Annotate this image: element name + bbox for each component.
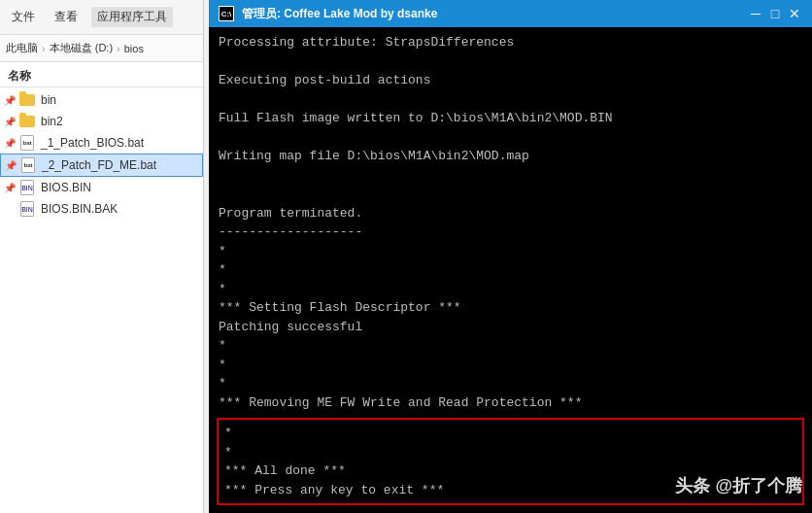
file-item-bin2[interactable]: 📌 bin2 [0,111,203,132]
cmd-highlight-line-1: * [224,443,796,462]
breadcrumb-sep-0: › [42,43,46,54]
maximize-button[interactable]: □ [767,6,783,21]
cmd-content: Processing attribute: StrapsDifferences … [209,27,812,414]
cmd-line-10: ------------------- [219,222,802,242]
cmd-line-6: Writing map file D:\bios\M1A\bin2\MOD.ma… [219,147,802,166]
cmd-line-17: * [219,356,802,375]
breadcrumb-sep-1: › [117,43,120,54]
folder-icon-2 [19,114,35,129]
cmd-line-20: Patching successful [219,412,802,414]
pin-icon: 📌 [4,95,16,106]
breadcrumb: 此电脑 › 本地磁盘 (D:) › bios [0,35,203,62]
cmd-highlight-line-2: *** All done *** [224,462,796,481]
minimize-button[interactable]: ─ [748,6,763,21]
file-name-bin2: bin2 [41,115,63,128]
breadcrumb-part-0[interactable]: 此电脑 [6,41,38,55]
cmd-line-9: Program terminated. [219,204,802,223]
cmd-title: 管理员: Coffee Lake Mod by dsanke [242,6,748,22]
bin-icon-2: BIN [19,201,35,217]
file-name-bin: bin [41,93,56,107]
file-list: 名称 📌 bin 📌 bin2 📌 bat _1_Patch_BIOS.bat … [0,62,203,513]
breadcrumb-part-2[interactable]: bios [124,43,144,54]
cmd-titlebar: C:\ 管理员: Coffee Lake Mod by dsanke ─ □ ✕ [209,0,812,27]
cmd-line-8 [219,185,802,204]
cmd-line-16: * [219,336,802,356]
folder-icon [19,92,35,108]
cmd-line-11: * [219,242,802,261]
cmd-highlight-line-3: *** Press any key to exit *** [224,481,796,500]
bat-icon-1: bat [19,135,35,151]
pin-icon-5: 📌 [4,183,16,193]
cmd-window: C:\ 管理员: Coffee Lake Mod by dsanke ─ □ ✕… [209,0,812,513]
cmd-line-18: * [219,374,802,393]
file-item-bios-bin-bak[interactable]: BIN BIOS.BIN.BAK [0,198,203,220]
pin-icon-4: 📌 [5,160,17,171]
cmd-line-14: *** Setting Flash Descriptor *** [219,298,802,318]
pin-icon-3: 📌 [4,138,16,149]
col-header-name: 名称 [0,66,203,87]
file-name-1-patch-bios: _1_Patch_BIOS.bat [41,136,144,150]
bin-icon-1: BIN [19,180,35,195]
close-button[interactable]: ✕ [787,6,802,21]
cmd-line-5 [219,128,802,148]
cmd-highlight-box: * * *** All done *** *** Press any key t… [217,418,804,505]
cmd-highlight-line-0: * [224,424,796,443]
explorer-toolbar: 文件 查看 应用程序工具 [0,0,203,35]
cmd-line-12: * [219,260,802,280]
toolbar-view[interactable]: 查看 [49,7,84,27]
toolbar-file[interactable]: 文件 [6,7,41,27]
cmd-line-3 [219,90,802,110]
file-name-bios-bin-bak: BIOS.BIN.BAK [41,202,118,216]
file-item-patch-bios-bat[interactable]: 📌 bat _1_Patch_BIOS.bat [0,132,203,154]
cmd-line-13: * [219,280,802,299]
file-explorer: 文件 查看 应用程序工具 此电脑 › 本地磁盘 (D:) › bios 名称 📌… [0,0,204,513]
toolbar-app-tools[interactable]: 应用程序工具 [91,7,173,27]
file-item-bin[interactable]: 📌 bin [0,89,203,111]
cmd-line-1 [219,52,802,72]
cmd-line-0: Processing attribute: StrapsDifferences [219,33,802,52]
cmd-line-19: *** Removing ME FW Write and Read Protec… [219,393,802,413]
breadcrumb-part-1[interactable]: 本地磁盘 (D:) [50,41,113,55]
file-name-bios-bin: BIOS.BIN [41,181,91,194]
bat-icon-2: bat [20,157,36,173]
cmd-line-15: Patching successful [219,318,802,337]
cmd-line-2: Executing post-build actions [219,71,802,90]
cmd-controls: ─ □ ✕ [748,6,802,21]
pin-icon: 📌 [4,117,16,127]
file-item-patch-fd-me-bat[interactable]: 📌 bat _2_Patch_FD_ME.bat ➤ [0,154,203,177]
file-item-bios-bin[interactable]: 📌 BIN BIOS.BIN [0,177,203,198]
file-name-2-patch-fd-me: _2_Patch_FD_ME.bat [42,158,156,172]
cmd-icon: C:\ [219,6,234,21]
cmd-line-4: Full Flash image written to D:\bios\M1A\… [219,109,802,128]
cmd-line-7 [219,166,802,186]
